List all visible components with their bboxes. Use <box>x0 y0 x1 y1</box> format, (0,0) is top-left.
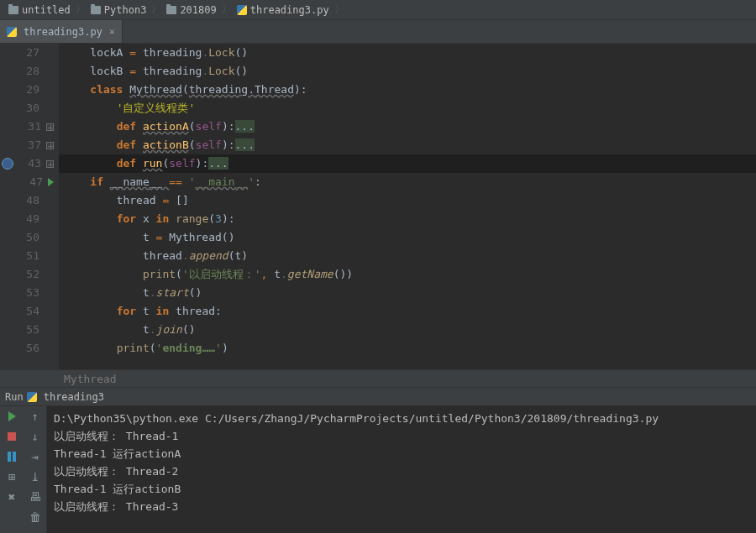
print-button[interactable]: 🖶 <box>29 490 42 504</box>
code-line[interactable]: lockA = threading.Lock() <box>59 44 756 62</box>
console-line: 以启动线程： Thread-1 <box>54 427 749 445</box>
up-icon[interactable]: ↑ <box>29 410 42 423</box>
console-line: Thread-1 运行actionA <box>54 445 749 462</box>
tab-threading3[interactable]: threading3.py ✕ <box>0 20 123 43</box>
close-icon[interactable]: ✕ <box>109 26 115 37</box>
line-number: 56 <box>26 339 39 358</box>
breadcrumb-item-file[interactable]: threading3.py <box>234 4 333 16</box>
pause-button[interactable] <box>5 450 18 463</box>
gutter-row[interactable]: 48 <box>0 191 59 210</box>
fold-expand-icon[interactable] <box>46 160 54 168</box>
gutter-row[interactable]: 27 <box>0 44 59 62</box>
code-line[interactable]: thread = [] <box>59 191 756 210</box>
line-number: 54 <box>26 302 39 321</box>
line-number: 48 <box>26 191 39 210</box>
breadcrumb-item-201809[interactable]: 201809 <box>163 4 219 16</box>
breadcrumb-item-python3[interactable]: Python3 <box>87 4 150 16</box>
gutter-row[interactable]: 49 <box>0 210 59 228</box>
fold-expand-icon[interactable] <box>46 123 54 131</box>
code-line[interactable]: def actionA(self):... <box>59 118 756 136</box>
gutter-row[interactable]: 28 <box>0 62 59 81</box>
breadcrumb: untitled 〉 Python3 〉 201809 〉 threading3… <box>0 0 756 20</box>
console-output[interactable]: D:\Python35\python.exe C:/Users/ZhangJ/P… <box>47 406 756 533</box>
line-number: 27 <box>26 44 39 62</box>
run-panel: ⊞ ✖ ↑ ↓ ⇥ ⤓ 🖶 🗑 D:\Python35\python.exe C… <box>0 406 756 533</box>
python-file-icon <box>237 5 247 15</box>
line-number: 55 <box>26 321 39 339</box>
code-line[interactable]: print('ending……') <box>59 339 756 358</box>
console-line: D:\Python35\python.exe C:/Users/ZhangJ/P… <box>54 410 749 427</box>
code-line[interactable]: '自定义线程类' <box>59 99 756 118</box>
line-number: 51 <box>26 247 39 265</box>
python-file-icon <box>7 27 17 37</box>
gutter-row[interactable]: 43 <box>0 154 59 173</box>
run-header-label: Run <box>5 391 24 403</box>
run-tool-header[interactable]: Run threading3 <box>0 388 756 406</box>
layout-button[interactable]: ⊞ <box>5 470 18 483</box>
code-line[interactable]: t.start() <box>59 284 756 302</box>
override-badge-icon[interactable] <box>2 158 13 170</box>
breadcrumb-sep: 〉 <box>222 3 232 17</box>
tabbar: threading3.py ✕ <box>0 20 756 44</box>
context-class: Mythread <box>64 373 117 385</box>
breadcrumb-sep: 〉 <box>334 3 344 17</box>
line-number: 49 <box>26 210 39 228</box>
code-line[interactable]: def actionB(self):... <box>59 136 756 154</box>
stop-button[interactable] <box>5 430 18 443</box>
breadcrumb-sep: 〉 <box>76 3 86 17</box>
run-toolbar-right: ↑ ↓ ⇥ ⤓ 🖶 🗑 <box>24 406 47 533</box>
gutter-row[interactable]: 55 <box>0 321 59 339</box>
line-number: 53 <box>26 284 39 302</box>
code-line[interactable]: lockB = threading.Lock() <box>59 62 756 81</box>
breadcrumb-label: threading3.py <box>250 4 329 16</box>
code-line[interactable]: if __name__ == '__main__': <box>59 173 756 191</box>
code-line[interactable]: class Mythread(threading.Thread): <box>59 81 756 99</box>
code-editor[interactable]: 2728293031374347484950515253545556 lockA… <box>0 44 756 369</box>
fold-expand-icon[interactable] <box>46 142 54 149</box>
line-number: 47 <box>29 173 43 191</box>
line-number: 29 <box>26 81 39 99</box>
code-line[interactable]: for t in thread: <box>59 302 756 321</box>
breadcrumb-item-root[interactable]: untitled <box>5 4 74 16</box>
trash-icon[interactable]: 🗑 <box>29 510 42 524</box>
gutter-row[interactable]: 52 <box>0 265 59 284</box>
code-area[interactable]: lockA = threading.Lock() lockB = threadi… <box>59 44 756 369</box>
code-line[interactable]: print('以启动线程：', t.getName()) <box>59 265 756 284</box>
gutter-row[interactable]: 29 <box>0 81 59 99</box>
line-number: 31 <box>28 118 41 136</box>
run-header-target: threading3 <box>44 391 104 403</box>
code-line[interactable]: t = Mythread() <box>59 228 756 247</box>
line-number: 52 <box>26 265 39 284</box>
breadcrumb-context: Mythread <box>0 369 756 388</box>
code-line[interactable]: def run(self):... <box>59 154 756 173</box>
down-icon[interactable]: ↓ <box>29 430 42 443</box>
line-number: 37 <box>28 136 41 154</box>
scroll-button[interactable]: ⤓ <box>29 470 42 483</box>
gutter-row[interactable]: 56 <box>0 339 59 358</box>
gutter-row[interactable]: 37 <box>0 136 59 154</box>
breadcrumb-label: Python3 <box>104 4 147 16</box>
python-file-icon <box>27 392 37 402</box>
gutter-row[interactable]: 54 <box>0 302 59 321</box>
pin-button[interactable]: ✖ <box>5 490 18 504</box>
line-number: 50 <box>26 228 39 247</box>
code-line[interactable]: thread.append(t) <box>59 247 756 265</box>
code-line[interactable]: t.join() <box>59 321 756 339</box>
gutter-row[interactable]: 53 <box>0 284 59 302</box>
rerun-button[interactable] <box>5 410 18 423</box>
run-gutter-icon[interactable] <box>48 178 54 186</box>
console-line: 以启动线程： Thread-2 <box>54 462 749 480</box>
line-number: 30 <box>26 99 39 118</box>
folder-icon <box>8 6 18 14</box>
breadcrumb-sep: 〉 <box>151 3 161 17</box>
gutter-row[interactable]: 51 <box>0 247 59 265</box>
gutter-row[interactable]: 50 <box>0 228 59 247</box>
breadcrumb-label: untitled <box>22 4 71 16</box>
gutter-row[interactable]: 31 <box>0 118 59 136</box>
gutter-row[interactable]: 47 <box>0 173 59 191</box>
console-line: 以启动线程： Thread-3 <box>54 498 749 515</box>
folder-icon <box>91 6 101 14</box>
gutter-row[interactable]: 30 <box>0 99 59 118</box>
wrap-button[interactable]: ⇥ <box>29 450 42 463</box>
code-line[interactable]: for x in range(3): <box>59 210 756 228</box>
